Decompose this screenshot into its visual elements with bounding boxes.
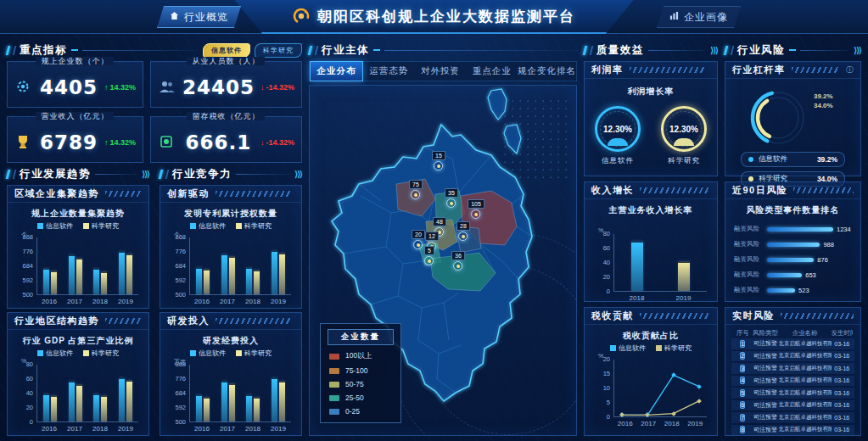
delta-value: 14.32% (109, 83, 136, 92)
x-tick-label: 2017 (220, 298, 235, 305)
indicator-card[interactable]: 规上企业数（个）4405↑14.32% (7, 61, 143, 108)
y-tick-label: 60 (14, 375, 33, 382)
map-marker[interactable]: 36 (451, 251, 465, 271)
risk-rank-row[interactable]: 融资风险653 (734, 267, 852, 282)
table-header-cell: 发生时间 (832, 329, 853, 338)
dashboard: 朝阳区科创规上企业大数据监测平台 行业概览 企业画像 重点指标 信息软件科学研究… (0, 0, 868, 441)
panel-title: 近90日风险 (732, 184, 787, 197)
risk-count: 1234 (837, 226, 851, 233)
x-tick-label: 2017 (67, 298, 82, 305)
legend-swatch (329, 409, 339, 415)
map-marker[interactable]: 75 (409, 180, 423, 199)
tab-规企变化排名[interactable]: 规企变化排名 (518, 62, 576, 81)
bar (126, 254, 132, 294)
panel-header: 行业杠杆率 ⓘ (725, 62, 860, 79)
chart-legend: 信息软件科学研究 (13, 221, 143, 230)
section-quality: 质量效益 ⟩⟩⟩ (584, 42, 718, 58)
map-marker[interactable]: 5 (424, 246, 434, 265)
card-label: 留存税收（亿元） (151, 111, 301, 122)
card-label: 从业人员数（人） (151, 56, 301, 67)
table-row[interactable]: 5司法预警北京启航卓越科技有限公司03-16 (731, 388, 854, 399)
nav-enterprise-portrait[interactable]: 企业画像 (657, 6, 741, 28)
gauge-ring: 12.30% (661, 106, 707, 152)
risk-type-cell: 司法预警 (753, 401, 779, 410)
y-tick-label: 20 (14, 404, 33, 411)
chart-plot: %8060402002016201720182019 (14, 365, 142, 433)
bar (51, 271, 57, 294)
info-icon[interactable]: ⓘ (846, 64, 854, 75)
risk-rank-row[interactable]: 融资风险1234 (734, 221, 852, 237)
map-marker[interactable]: 28 (456, 221, 470, 241)
table-row[interactable]: 2司法预警北京启航卓越科技有限公司03-16 (731, 351, 854, 362)
bar (69, 254, 75, 294)
section-deco (13, 46, 17, 55)
tab-重点企业[interactable]: 重点企业 (466, 62, 518, 81)
panel-title: 行业杠杆率 (732, 64, 786, 76)
table-row[interactable]: 4司法预警北京启航卓越科技有限公司03-16 (731, 376, 854, 387)
x-tick-label: 2017 (220, 425, 235, 433)
table-row[interactable]: 3司法预警北京启航卓越科技有限公司03-16 (731, 363, 854, 374)
filter-pill-1[interactable]: 科学研究 (255, 43, 302, 58)
bar (204, 397, 210, 421)
indicator-card[interactable]: 营业收入（亿元）6789↑14.32% (7, 116, 143, 163)
section-line (95, 174, 137, 175)
location-pin-icon (458, 232, 468, 241)
legend-swatch (329, 354, 339, 360)
card-value: 4405 (39, 76, 98, 98)
profit-gauge: 12.30%科学研究 (661, 106, 707, 166)
map-marker[interactable]: 35 (445, 188, 458, 208)
bar (229, 256, 235, 294)
time-cell: 03-16 (832, 390, 853, 396)
more-arrows[interactable]: ⟩⟩⟩ (710, 46, 718, 55)
x-tick-labels: 20182019 (613, 293, 707, 302)
risk-rank-row[interactable]: 融资风险988 (734, 237, 852, 252)
nav-industry-overview[interactable]: 行业概览 (157, 6, 241, 28)
row-number-badge: 3 (740, 365, 745, 372)
filter-pill-0[interactable]: 信息软件 (203, 43, 250, 58)
tab-对外投资[interactable]: 对外投资 (415, 62, 467, 81)
table-row[interactable]: 6司法预警北京启航卓越科技有限公司03-16 (731, 400, 854, 411)
indicator-card[interactable]: 留存税收（亿元）666.1↓-14.32% (150, 116, 302, 163)
risk-bar (767, 288, 795, 293)
bar (76, 258, 82, 294)
bar (119, 377, 125, 421)
y-tick-label: 60 (591, 244, 610, 252)
card-value: 666.1 (182, 131, 255, 154)
section-title: 行业竞争力 (172, 167, 232, 181)
indicator-card[interactable]: 从业人员数（人）24405↓-14.32% (150, 61, 302, 108)
y-tick-label: 20 (591, 355, 610, 363)
more-arrows[interactable]: ⟩⟩⟩ (294, 170, 302, 179)
tab-企业分布[interactable]: 企业分布 (310, 61, 363, 81)
map-marker[interactable]: 15 (432, 151, 445, 170)
table-row[interactable]: 8司法预警北京启航卓越科技有限公司03-16 (731, 425, 854, 436)
map-marker[interactable]: 105 (468, 199, 484, 219)
bar (272, 250, 277, 294)
risk-type-cell: 司法预警 (753, 426, 779, 434)
risk-rank-row[interactable]: 融资风险523 (734, 282, 852, 298)
more-arrows[interactable]: ⟩⟩⟩ (142, 170, 149, 179)
table-row[interactable]: 7司法预警北京启航卓越科技有限公司03-16 (731, 412, 854, 423)
x-tick-label: 2019 (118, 425, 133, 433)
legend-item: 信息软件 (37, 349, 73, 357)
table-row[interactable]: 1司法预警北京启航卓越科技有限公司03-16 (731, 338, 854, 349)
y-tick-label: 776 (167, 248, 186, 255)
x-tick-labels: 2016201720182019 (189, 423, 291, 433)
risk-rank-row[interactable]: 融资风险876 (734, 252, 852, 267)
coins-icon (158, 133, 176, 152)
map-marker[interactable]: 20 (412, 230, 425, 249)
risk-bar (767, 258, 814, 262)
y-tick-label: 868 (167, 360, 186, 368)
panel-header: 行业地区结构趋势 (8, 313, 148, 330)
panel-header: 收入增长 (585, 182, 717, 199)
section-line (648, 50, 706, 51)
bar (196, 267, 202, 294)
map-panel[interactable]: 15753510548282012536 企业数量 100以上75-10050-… (309, 85, 577, 436)
section-deco (583, 46, 588, 55)
y-tick-label: 40 (591, 259, 610, 266)
more-arrows[interactable]: ⟩⟩⟩ (854, 46, 861, 55)
bar (204, 269, 210, 294)
section-line (800, 50, 849, 51)
tab-运营态势[interactable]: 运营态势 (363, 62, 415, 81)
y-tick-label: 592 (167, 404, 186, 411)
panel-title: 收入增长 (591, 184, 634, 197)
